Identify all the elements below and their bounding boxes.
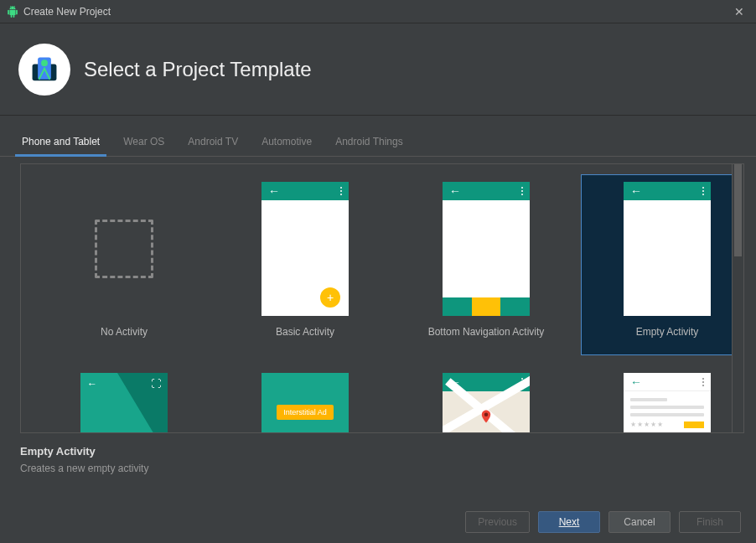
templates-grid: No Activity ← + Basic Activity ← (21, 164, 732, 432)
finish-button: Finish (679, 511, 741, 533)
dashed-box-icon (95, 220, 153, 278)
fullscreen-preview: ← ⛶ (80, 373, 168, 432)
close-icon[interactable]: ✕ (729, 3, 749, 20)
template-label: No Activity (101, 326, 148, 338)
empty-activity-preview: ← (624, 182, 711, 316)
back-arrow-icon: ← (268, 185, 280, 197)
fab-icon: + (320, 287, 340, 308)
selected-template-desc: Creates a new empty activity (20, 463, 736, 474)
template-basic-activity[interactable]: ← + Basic Activity (219, 164, 391, 355)
back-arrow-icon: ← (630, 185, 642, 197)
template-maps[interactable]: ← (400, 355, 572, 432)
tab-android-tv[interactable]: Android TV (186, 131, 240, 156)
tab-automotive[interactable]: Automotive (260, 131, 313, 156)
fullscreen-icon: ⛶ (151, 378, 161, 390)
titlebar: Create New Project ✕ (0, 0, 756, 23)
scrollbar-thumb[interactable] (734, 164, 742, 256)
back-arrow-icon: ← (87, 378, 97, 390)
svg-point-3 (484, 412, 489, 416)
overflow-menu-icon (340, 187, 342, 195)
template-admob-interstitial[interactable]: Interstitial Ad (219, 355, 391, 432)
svg-point-2 (41, 59, 48, 66)
selected-template-title: Empty Activity (20, 445, 736, 458)
map-pin-icon (479, 407, 494, 429)
cancel-button[interactable]: Cancel (608, 511, 671, 533)
overflow-menu-icon (702, 187, 704, 195)
ad-badge: Interstitial Ad (277, 405, 334, 420)
template-master-detail[interactable]: ← ★★★★★ (581, 355, 732, 432)
bottom-nav-bar (443, 297, 530, 316)
template-label: Bottom Navigation Activity (428, 326, 545, 338)
tabs-bar: Phone and Tablet Wear OS Android TV Auto… (0, 116, 756, 157)
template-label: Empty Activity (636, 326, 699, 338)
bottom-nav-preview: ← (443, 182, 530, 316)
scrollbar[interactable] (732, 164, 743, 432)
detail-preview: ← ★★★★★ (624, 373, 711, 432)
template-no-activity[interactable]: No Activity (38, 164, 210, 355)
template-bottom-nav[interactable]: ← Bottom Navigation Activity (400, 164, 572, 355)
button-bar: Previous Next Cancel Finish (465, 511, 741, 533)
info-panel: Empty Activity Creates a new empty activ… (0, 433, 756, 486)
interstitial-preview: Interstitial Ad (261, 373, 349, 432)
no-activity-preview (80, 182, 168, 316)
back-arrow-icon: ← (449, 185, 461, 197)
template-fullscreen[interactable]: ← ⛶ (38, 355, 210, 432)
action-chip (684, 421, 704, 428)
templates-scroll-area: No Activity ← + Basic Activity ← (20, 163, 744, 433)
basic-activity-preview: ← + (261, 182, 349, 316)
overflow-menu-icon (521, 187, 523, 195)
tab-phone-tablet[interactable]: Phone and Tablet (20, 131, 101, 156)
previous-button: Previous (465, 511, 530, 533)
maps-preview: ← (443, 373, 530, 432)
template-label: Basic Activity (276, 326, 334, 338)
header: Select a Project Template (0, 23, 756, 116)
window-title: Create New Project (23, 6, 729, 18)
page-title: Select a Project Template (84, 58, 312, 81)
tab-wear-os[interactable]: Wear OS (122, 131, 166, 156)
header-icon (18, 44, 70, 96)
tab-android-things[interactable]: Android Things (334, 131, 405, 156)
overflow-menu-icon (702, 378, 704, 386)
back-arrow-icon: ← (630, 376, 642, 388)
template-empty-activity[interactable]: ← Empty Activity (581, 164, 732, 355)
next-button[interactable]: Next (538, 511, 600, 533)
android-studio-icon (7, 6, 18, 18)
